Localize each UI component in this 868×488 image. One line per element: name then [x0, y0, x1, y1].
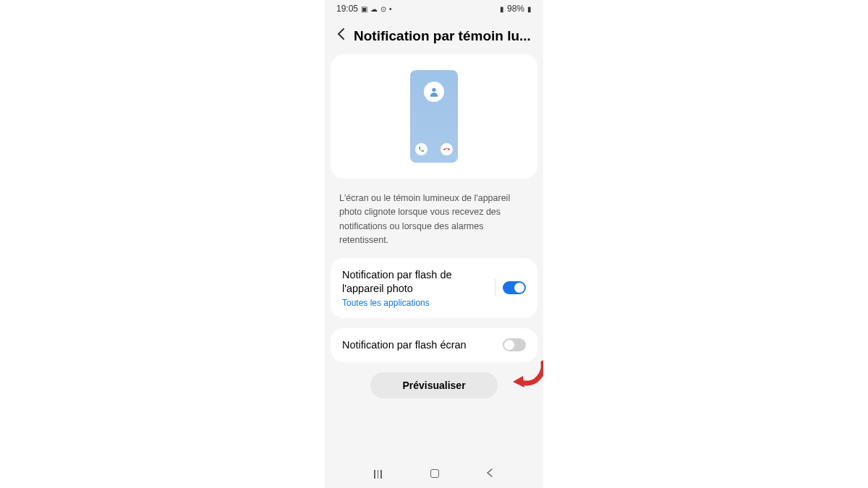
accept-call-icon — [415, 143, 427, 155]
camera-flash-subtitle[interactable]: Toutes les applications — [342, 298, 495, 308]
image-icon: ▣ — [361, 5, 367, 13]
phone-screen: 19:05 ▣ ☁ ⊙ • ▮ 98% ▮ Notification par t… — [325, 0, 543, 488]
description-text: L'écran ou le témoin lumineux de l'appar… — [325, 179, 543, 258]
svg-point-0 — [432, 88, 435, 92]
back-button[interactable] — [336, 27, 345, 44]
back-nav-icon — [485, 468, 494, 478]
decline-call-icon — [441, 143, 453, 155]
back-nav-button[interactable] — [485, 468, 494, 480]
battery-percent: 98% — [507, 4, 524, 14]
chevron-left-icon — [336, 27, 345, 40]
home-icon — [430, 469, 439, 478]
screen-flash-toggle[interactable] — [503, 338, 526, 351]
battery-icon: ▮ — [527, 5, 532, 13]
dot-icon: • — [389, 5, 392, 13]
camera-flash-title: Notification par flash de l'appareil pho… — [342, 268, 495, 296]
illustration-card — [331, 54, 537, 179]
divider — [495, 279, 495, 296]
recents-icon — [374, 470, 384, 477]
status-right: ▮ 98% ▮ — [500, 4, 532, 14]
screen-flash-text: Notification par flash écran — [342, 338, 503, 353]
phone-illustration — [410, 70, 458, 163]
status-bar: 19:05 ▣ ☁ ⊙ • ▮ 98% ▮ — [325, 0, 543, 17]
cloud-icon: ☁ — [370, 5, 378, 13]
header: Notification par témoin lu... — [325, 17, 543, 54]
toggle-knob — [514, 283, 524, 293]
location-icon: ⊙ — [380, 5, 386, 13]
status-time: 19:05 — [336, 4, 358, 14]
screen-flash-title: Notification par flash écran — [342, 338, 503, 353]
camera-flash-toggle[interactable] — [503, 281, 526, 294]
home-button[interactable] — [430, 469, 439, 478]
camera-flash-card[interactable]: Notification par flash de l'appareil pho… — [331, 258, 537, 318]
preview-button[interactable]: Prévisualiser — [370, 372, 498, 398]
annotation-arrow-icon — [509, 360, 543, 390]
screen-flash-card[interactable]: Notification par flash écran — [331, 328, 537, 363]
status-left: 19:05 ▣ ☁ ⊙ • — [336, 4, 392, 14]
recents-button[interactable] — [374, 470, 384, 477]
page-title: Notification par témoin lu... — [354, 28, 532, 44]
person-icon — [428, 86, 440, 98]
navigation-bar — [325, 463, 543, 484]
camera-flash-text: Notification par flash de l'appareil pho… — [342, 268, 495, 308]
toggle-knob — [504, 340, 514, 350]
avatar-circle — [424, 82, 444, 102]
signal-icon: ▮ — [500, 5, 504, 13]
call-buttons — [415, 143, 453, 155]
